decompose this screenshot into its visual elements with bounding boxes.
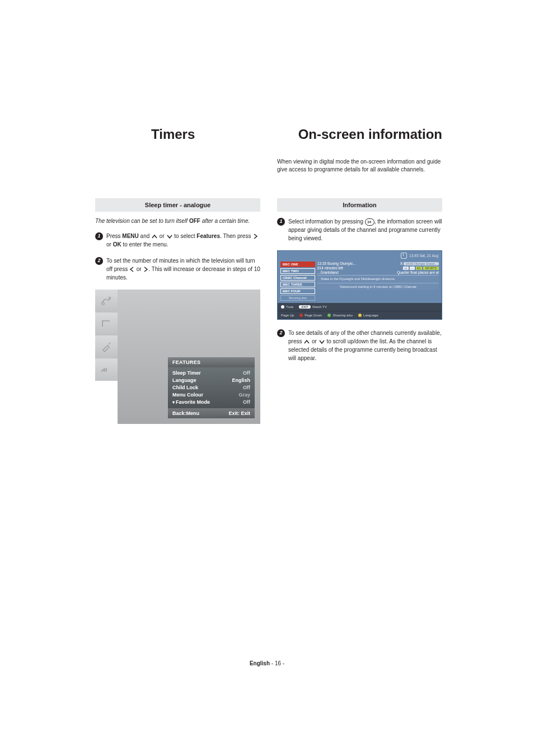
s1-ok: OK bbox=[113, 241, 121, 248]
epg-now-title: 13:35 Boxing Olumpic... bbox=[317, 262, 356, 265]
osd-child-val: Off bbox=[243, 384, 250, 391]
chevron-right-icon bbox=[252, 234, 258, 239]
chevron-up-icon bbox=[303, 339, 310, 344]
osd-features-menu: FEATURES Sleep TimerOff LanguageEnglish … bbox=[95, 290, 260, 424]
osd-foot-back: Back:Menu bbox=[172, 410, 199, 416]
info-s1a: Select information by pressing bbox=[288, 218, 365, 225]
chevron-right-icon bbox=[143, 267, 148, 272]
epg-foot-showing: Showing also bbox=[332, 314, 353, 317]
dot-green-icon bbox=[327, 314, 331, 317]
s1d: to select bbox=[173, 233, 197, 239]
epg-series: ...Grantstand bbox=[317, 270, 339, 274]
osd-fav-label: Favorite Mode bbox=[176, 399, 210, 405]
section-information: Information bbox=[277, 198, 442, 212]
epg-next-x: X bbox=[400, 262, 402, 265]
s1-features: Features bbox=[196, 233, 220, 239]
manual-page: Timers On-screen information When viewin… bbox=[95, 127, 442, 424]
osd-lang-val: English bbox=[232, 377, 250, 384]
dot-red-icon bbox=[299, 314, 303, 317]
osd-lang-label: Language bbox=[172, 377, 196, 384]
dot-yellow-icon bbox=[358, 314, 362, 317]
epg-quarter: Quarter final places are at bbox=[397, 270, 439, 274]
page-footer: English - 16 - bbox=[0, 660, 534, 666]
epg-badge-ad: AD bbox=[416, 267, 422, 270]
osd-fav-val: Off bbox=[243, 399, 250, 406]
lead-a: The television can be set to turn itself bbox=[95, 218, 189, 224]
clock-icon bbox=[401, 253, 407, 259]
step-badge-2: 2 bbox=[277, 329, 285, 337]
sleep-lead: The television can be set to turn itself… bbox=[95, 217, 260, 225]
lead-b: after a certain time. bbox=[200, 218, 250, 224]
lead-off: OFF bbox=[189, 218, 200, 224]
epg-badge-txt: txt bbox=[403, 267, 408, 270]
epg-exit-pill: EXIT bbox=[299, 305, 310, 309]
s1c: or bbox=[158, 233, 166, 239]
epg-foot-watch: Watch TV bbox=[312, 305, 327, 309]
chevron-up-icon bbox=[151, 234, 158, 239]
osd-tab-channel-icon bbox=[95, 358, 118, 381]
info-s2b: or bbox=[310, 338, 318, 344]
footer-lang: English bbox=[250, 660, 270, 666]
chevron-down-icon bbox=[166, 234, 173, 239]
epg-foot-pageup: Page Up bbox=[281, 314, 294, 317]
info-button-icon: i+ bbox=[365, 218, 374, 226]
col-information: Information 1 Select information by pres… bbox=[277, 198, 442, 424]
epg-time-left: 014 minutes left bbox=[317, 266, 343, 270]
epg-stake: Stake in the Flyweight and Middleweight … bbox=[317, 275, 439, 282]
epg-badge-sub: ⋯ bbox=[410, 267, 415, 270]
epg-foot-pagedown: Page Down bbox=[305, 314, 322, 317]
s1b: and bbox=[139, 233, 151, 239]
epg-showing-also-chip: Showing also bbox=[280, 295, 315, 301]
s2b: or bbox=[135, 266, 143, 272]
title-timers: Timers bbox=[151, 127, 195, 142]
s1e: . Then press bbox=[220, 233, 252, 239]
epg-next-title: 14:00 Olympic Grand... bbox=[404, 262, 439, 265]
epg-ch-2: BBC TWO bbox=[280, 268, 315, 274]
chevron-down-icon bbox=[318, 339, 325, 344]
epg-info-panel: 13:45 Sat, 21 Aug BBC ONE BBC TWO CBBC C… bbox=[277, 250, 442, 320]
epg-datetime: 13:45 Sat, 21 Aug bbox=[409, 254, 438, 258]
step-badge-1: 1 bbox=[277, 218, 285, 226]
step-badge-2: 2 bbox=[95, 257, 103, 265]
osd-child-label: Child Lock bbox=[172, 384, 198, 391]
osd-tab-picture-icon bbox=[95, 312, 118, 335]
osd-tab-sound-icon bbox=[95, 290, 118, 312]
s1f: or bbox=[106, 241, 113, 248]
s1-menu: MENU bbox=[122, 233, 138, 239]
epg-foot-tune: Tune bbox=[286, 305, 293, 309]
osd-foot-exit: Exit: Exit bbox=[228, 410, 250, 416]
col-timers: Sleep timer - analogue The television ca… bbox=[95, 198, 260, 424]
epg-ch-3: CBBC Channel bbox=[280, 275, 315, 281]
title-onscreen: On-screen information bbox=[298, 127, 442, 142]
epg-ch-4: BBC THREE bbox=[280, 282, 315, 287]
step-2: 2 To set the number of minutes in which … bbox=[95, 256, 260, 282]
epg-foot-language: Language bbox=[363, 314, 378, 317]
info-step-1: 1 Select information by pressing i+, the… bbox=[277, 217, 442, 242]
osd-pointer-down-icon: ▾ bbox=[172, 400, 175, 405]
s1g: to enter the menu. bbox=[121, 241, 168, 248]
info-step-2: 2 To see details of any of the other cha… bbox=[277, 329, 442, 362]
chevron-left-icon bbox=[129, 267, 135, 272]
section-sleep-timer: Sleep timer - analogue bbox=[95, 198, 260, 212]
s1a: Press bbox=[106, 233, 122, 239]
osd-colour-label: Menu Colour bbox=[172, 391, 203, 399]
epg-ch-1: BBC ONE bbox=[280, 262, 315, 267]
osd-sleep-val: Off bbox=[243, 370, 250, 377]
epg-ch-5: BBC FOUR bbox=[280, 288, 315, 294]
onscreen-intro: When viewing in digital mode the on-scre… bbox=[277, 158, 442, 173]
epg-newsround: Newsround starting in 9 minutes on CBBC … bbox=[317, 283, 439, 290]
osd-title: FEATURES bbox=[168, 357, 255, 367]
osd-sleep-label: Sleep Timer bbox=[172, 370, 201, 377]
epg-badge-sports: SPORTS bbox=[423, 267, 439, 270]
dot-white-icon bbox=[281, 305, 284, 309]
osd-tab-features-icon bbox=[95, 335, 118, 358]
footer-page: - 16 - bbox=[270, 660, 284, 666]
step-badge-1: 1 bbox=[95, 232, 103, 240]
step-1: 1 Press MENU and or to select Features. … bbox=[95, 232, 260, 249]
osd-colour-val: Gray bbox=[238, 391, 250, 399]
